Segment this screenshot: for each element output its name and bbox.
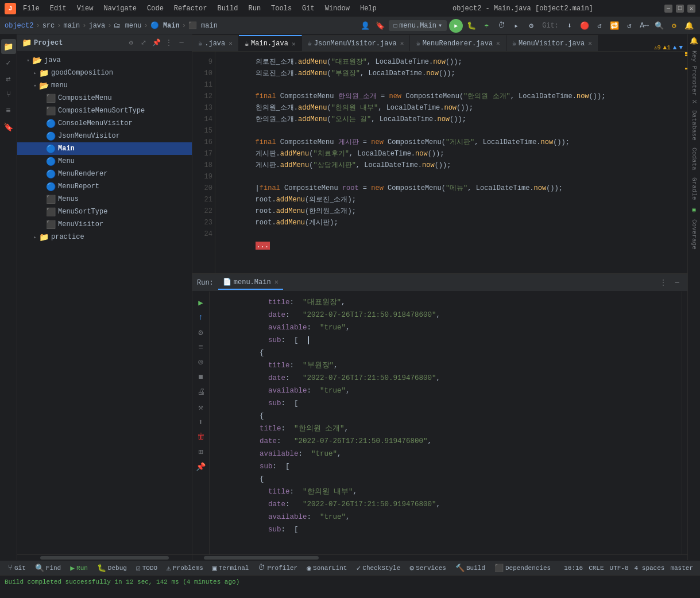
up-nav[interactable]: ▲ bbox=[673, 44, 677, 51]
run-settings-button[interactable]: ⚙ bbox=[195, 326, 207, 339]
run-export-button[interactable]: ⬆ bbox=[195, 416, 207, 428]
menu-run[interactable]: Run bbox=[243, 3, 265, 14]
tab-visitor[interactable]: ☕ MenuVisitor.java ✕ bbox=[506, 35, 598, 51]
tab-renderer-close[interactable]: ✕ bbox=[496, 40, 500, 47]
run-status-item[interactable]: ▶ Run bbox=[67, 561, 91, 576]
project-h-scrollbar[interactable] bbox=[17, 554, 192, 560]
panel-options-icon[interactable]: ⋮ bbox=[163, 37, 175, 49]
structure-icon[interactable]: ≡ bbox=[1, 103, 16, 118]
close-button[interactable]: ✕ bbox=[687, 5, 695, 13]
debug-status-item[interactable]: 🐛 Debug bbox=[94, 561, 130, 576]
git-history[interactable]: 🔁 bbox=[608, 20, 621, 32]
add-user-icon[interactable]: 👤 bbox=[359, 20, 372, 32]
coverage-button[interactable]: ☂ bbox=[480, 20, 493, 32]
terminal-status-item[interactable]: ▣ Terminal bbox=[209, 561, 253, 576]
run-rerun-button[interactable]: ↑ bbox=[195, 311, 207, 324]
run-panel-options[interactable]: ⋮ bbox=[658, 277, 669, 289]
run-button[interactable]: ▶ bbox=[449, 19, 463, 33]
sonarlint-status-item[interactable]: ◉ SonarLint bbox=[303, 561, 350, 576]
tab-visitor-close[interactable]: ✕ bbox=[588, 40, 592, 47]
tree-item-MenuRenderer[interactable]: 🔵 MenuRenderer bbox=[17, 168, 192, 180]
nav-method[interactable]: ⬛ main bbox=[188, 21, 218, 30]
tab-main-close[interactable]: ✕ bbox=[292, 40, 296, 48]
git-icon[interactable]: ⑂ bbox=[1, 87, 16, 102]
gradle-label[interactable]: Gradle bbox=[691, 174, 698, 204]
code-content[interactable]: 의로진_소개.addMenu("대표원장", LocalDateTime.now… bbox=[215, 52, 682, 273]
menu-code[interactable]: Code bbox=[142, 3, 168, 14]
run-tab-close[interactable]: ✕ bbox=[274, 278, 279, 286]
todo-status-item[interactable]: ☑ TODO bbox=[133, 561, 161, 576]
nav-java[interactable]: java bbox=[88, 22, 105, 30]
run-print-button[interactable]: 🖨 bbox=[195, 386, 207, 398]
key-promoter-label[interactable]: Key Promoter X bbox=[691, 47, 698, 107]
nav-project[interactable]: object2 bbox=[5, 22, 33, 30]
git-push[interactable]: 🔴 bbox=[578, 20, 591, 32]
panel-settings-icon[interactable]: ⚙ bbox=[125, 37, 137, 49]
tab-json[interactable]: ☕ JsonMenuVisitor.java ✕ bbox=[302, 35, 411, 51]
tree-item-MenuSortType[interactable]: ⬛ MenuSortType bbox=[17, 205, 192, 218]
editor-scrollbar[interactable] bbox=[682, 52, 687, 273]
nav-src[interactable]: src bbox=[42, 22, 55, 30]
git-status-item[interactable]: ⑂ Git bbox=[5, 561, 29, 576]
panel-pin-icon[interactable]: 📌 bbox=[150, 37, 162, 49]
find-status-item[interactable]: 🔍 Find bbox=[32, 561, 64, 576]
project-icon[interactable]: 📁 bbox=[1, 39, 16, 54]
bookmark-icon[interactable]: 🔖 bbox=[374, 20, 386, 32]
run-pin-button[interactable]: 📌 bbox=[195, 460, 207, 473]
panel-expand-icon[interactable]: ⤢ bbox=[138, 37, 149, 49]
down-nav[interactable]: ▼ bbox=[679, 44, 683, 51]
run-config-btn[interactable]: ☐ menu.Main ▾ bbox=[389, 20, 447, 31]
tab-java-close[interactable]: ✕ bbox=[229, 40, 233, 47]
checkstyle-status-item[interactable]: ✓ CheckStyle bbox=[353, 561, 404, 576]
menu-view[interactable]: View bbox=[72, 3, 98, 14]
run-tab-main[interactable]: 📄 menu.Main ✕ bbox=[218, 275, 283, 290]
notifications-icon[interactable]: 🔔 bbox=[688, 34, 701, 47]
tree-item-ConsoleMenuVisitor[interactable]: 🔵 ConsoleMenuVisitor bbox=[17, 117, 192, 130]
tree-item-java[interactable]: ▾ 📂 java bbox=[17, 54, 192, 67]
menu-tools[interactable]: Tools bbox=[266, 3, 296, 14]
tab-renderer[interactable]: ☕ MenuRenderer.java ✕ bbox=[410, 35, 506, 51]
tree-item-CompositeMenu[interactable]: ⬛ CompositeMenu bbox=[17, 92, 192, 104]
translate-icon[interactable]: A↔ bbox=[638, 20, 651, 32]
menu-git[interactable]: Git bbox=[297, 3, 319, 14]
codata-label[interactable]: Codata bbox=[691, 144, 698, 174]
coverage-label[interactable]: Coverage bbox=[691, 216, 698, 253]
notification-icon[interactable]: 🔔 bbox=[683, 20, 695, 32]
run-play-button[interactable]: ▶ bbox=[195, 296, 207, 309]
run-output[interactable]: title: "대표원장", date: "2022-07-26T17:21:5… bbox=[210, 292, 682, 554]
menu-build[interactable]: Build bbox=[212, 3, 242, 14]
run-stop-button[interactable]: ■ bbox=[195, 371, 207, 383]
tree-item-goodComposition[interactable]: ▸ 📁 goodComposition bbox=[17, 67, 192, 79]
tree-item-menu[interactable]: ▾ 📂 menu bbox=[17, 79, 192, 92]
services-status-item[interactable]: ⚙ Services bbox=[406, 561, 450, 576]
coverage-icon[interactable]: ◉ bbox=[688, 203, 701, 216]
tab-main[interactable]: ☕ Main.java ✕ bbox=[239, 35, 302, 51]
tree-item-MenuVisitor[interactable]: ⬛ MenuVisitor bbox=[17, 218, 192, 231]
build-status-item[interactable]: 🔨 Build bbox=[452, 561, 489, 576]
tree-item-practice[interactable]: ▸ 📁 practice bbox=[17, 231, 192, 243]
run-build-button[interactable]: ⚒ bbox=[195, 401, 207, 413]
run-panel-scrollbar[interactable] bbox=[682, 292, 687, 554]
menu-edit[interactable]: Edit bbox=[45, 3, 71, 14]
problems-status-item[interactable]: ⚠ Problems bbox=[163, 561, 207, 576]
commit-icon[interactable]: ✓ bbox=[1, 55, 16, 70]
debug-button[interactable]: 🐛 bbox=[465, 20, 478, 32]
nav-more[interactable]: ⚙ bbox=[525, 20, 537, 32]
tree-item-MenuReport[interactable]: 🔵 MenuReport bbox=[17, 180, 192, 193]
dependencies-status-item[interactable]: ⬛ Dependencies bbox=[491, 561, 554, 576]
run-layout-button[interactable]: ⊞ bbox=[195, 445, 207, 458]
run-h-scrollbar[interactable] bbox=[192, 554, 687, 560]
nav-main-file[interactable]: 🔵 Main bbox=[150, 21, 180, 30]
tree-item-JsonMenuVisitor[interactable]: 🔵 JsonMenuVisitor bbox=[17, 130, 192, 142]
tree-item-Menus[interactable]: ⬛ Menus bbox=[17, 193, 192, 205]
menu-file[interactable]: File bbox=[18, 3, 44, 14]
tree-item-Main[interactable]: 🔵 Main bbox=[17, 142, 192, 155]
pull-requests-icon[interactable]: ⇄ bbox=[1, 71, 16, 86]
menu-refactor[interactable]: Refactor bbox=[169, 3, 212, 14]
git-rollback[interactable]: ↺ bbox=[593, 20, 606, 32]
more-run-icon[interactable]: ▸ bbox=[510, 20, 523, 32]
settings-icon[interactable]: ⚙ bbox=[668, 20, 680, 32]
maximize-button[interactable]: □ bbox=[676, 5, 684, 13]
tree-item-Menu[interactable]: 🔵 Menu bbox=[17, 155, 192, 168]
menu-help[interactable]: Help bbox=[355, 3, 381, 14]
